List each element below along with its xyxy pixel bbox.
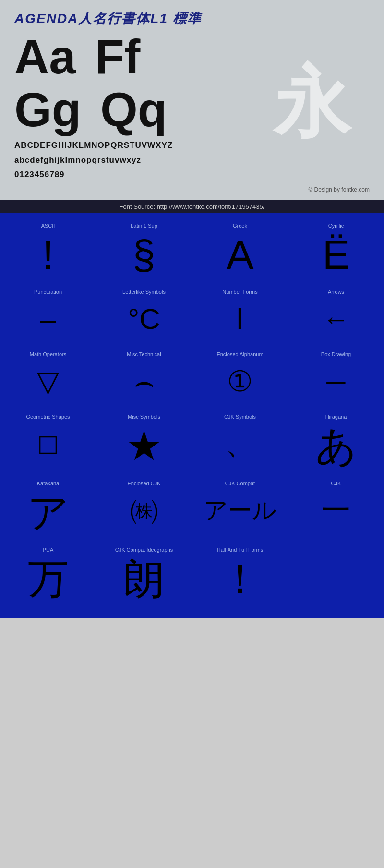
label-cjk-compat: CJK Compat [225, 481, 255, 486]
block-arrows: Arrows ← [288, 284, 384, 347]
char-hiragana: あ [315, 423, 357, 469]
label-half-full-forms: Half And Full Forms [217, 547, 264, 553]
label-pua: PUA [43, 547, 54, 553]
block-geometric: Geometric Shapes □ [0, 409, 96, 476]
font-title: AGENDA人名行書体L1 標準 [14, 10, 370, 28]
char-geometric: □ [39, 423, 57, 464]
digits: 0123456789 [14, 168, 370, 182]
char-katakana: ア [27, 490, 69, 535]
block-cyrillic: Cyrillic Ё [288, 218, 384, 285]
block-hiragana: Hiragana あ [288, 409, 384, 476]
label-cyrillic: Cyrillic [328, 223, 344, 229]
label-enclosed-alphanum: Enclosed Alphanum [216, 351, 263, 357]
label-mathops: Math Operators [30, 351, 66, 357]
block-pua: PUA 万 [0, 542, 96, 609]
block-enclosed-alphanum: Enclosed Alphanum ① [192, 347, 288, 409]
char-enclosed-alphanum: ① [227, 361, 253, 402]
block-katakana: Katakana ア [0, 476, 96, 542]
block-misctechnical: Misc Technical ⌢ [96, 347, 192, 409]
block-latin1sup: Latin 1 Sup § [96, 218, 192, 285]
label-punctuation: Punctuation [34, 289, 62, 295]
block-greek: Greek Α [192, 218, 288, 285]
block-cjk-compat: CJK Compat アール [192, 476, 288, 542]
char-enclosed-cjk: ㈱ [130, 490, 158, 531]
block-ascii: ASCII ! [0, 218, 96, 285]
block-numberforms: Number Forms Ⅰ [192, 284, 288, 347]
label-cjk: CJK [331, 481, 341, 486]
block-misc-symbols: Misc Symbols ★ [96, 409, 192, 476]
label-enclosed-cjk: Enclosed CJK [127, 481, 160, 486]
cjk-watermark: 永 [274, 52, 350, 156]
label-misc-symbols: Misc Symbols [128, 414, 160, 420]
char-grid: ASCII ! Latin 1 Sup § Greek Α Cyrillic Ё… [0, 218, 384, 609]
char-ascii: ! [42, 232, 54, 277]
block-empty [288, 542, 384, 609]
char-cyrillic: Ё [323, 232, 350, 277]
block-enclosed-cjk: Enclosed CJK ㈱ [96, 476, 192, 542]
char-arrows: ← [323, 299, 349, 339]
char-cjk-symbols: 、 [226, 423, 254, 464]
char-cjk-compat: アール [204, 490, 276, 531]
block-cjk: CJK 一 [288, 476, 384, 542]
main-section: ASCII ! Latin 1 Sup § Greek Α Cyrillic Ё… [0, 213, 384, 618]
char-cjk: 一 [322, 490, 350, 531]
char-pair-gg: Gg [14, 85, 81, 133]
block-half-full-forms: Half And Full Forms ！ [192, 542, 288, 609]
char-pair-ff: Ff [95, 33, 140, 81]
label-latin1sup: Latin 1 Sup [131, 223, 157, 229]
char-pair-qq: Qq [100, 85, 167, 133]
char-latin1sup: § [132, 232, 155, 277]
char-boxdrawing: ─ [327, 361, 346, 402]
source-bar: Font Source: http://www.fontke.com/font/… [0, 200, 384, 213]
label-greek: Greek [233, 223, 247, 229]
char-pua: 万 [28, 556, 69, 602]
block-cjk-symbols: CJK Symbols 、 [192, 409, 288, 476]
label-ascii: ASCII [41, 223, 55, 229]
block-punctuation: Punctuation – [0, 284, 96, 347]
char-punctuation: – [40, 299, 56, 339]
char-cjk-compat-ideographs: 朗 [124, 556, 165, 602]
char-pair-aa: Aa [14, 33, 76, 81]
block-letterlike: Letterlike Symbols °C [96, 284, 192, 347]
char-misctechnical: ⌢ [134, 361, 155, 402]
char-half-full-forms: ！ [220, 556, 261, 602]
block-mathops: Math Operators ▽ [0, 347, 96, 409]
label-numberforms: Number Forms [222, 289, 257, 295]
block-boxdrawing: Box Drawing ─ [288, 347, 384, 409]
label-arrows: Arrows [328, 289, 344, 295]
credit-text: © Design by fontke.com [14, 186, 370, 193]
label-katakana: Katakana [37, 481, 59, 486]
block-cjk-compat-ideographs: CJK Compat Ideographs 朗 [96, 542, 192, 609]
label-letterlike: Letterlike Symbols [122, 289, 166, 295]
char-greek: Α [227, 232, 254, 277]
char-mathops: ▽ [37, 361, 59, 402]
label-cjk-symbols: CJK Symbols [224, 414, 256, 420]
label-hiragana: Hiragana [325, 414, 347, 420]
header-section: AGENDA人名行書体L1 標準 Aa Ff Gg Qq 永 ABCDEFGHI… [0, 0, 384, 200]
label-cjk-compat-ideographs: CJK Compat Ideographs [115, 547, 173, 553]
source-text: Font Source: http://www.fontke.com/font/… [120, 203, 265, 210]
label-boxdrawing: Box Drawing [321, 351, 351, 357]
label-misctechnical: Misc Technical [127, 351, 161, 357]
char-misc-symbols: ★ [126, 423, 162, 469]
label-geometric: Geometric Shapes [26, 414, 70, 420]
char-numberforms: Ⅰ [236, 299, 244, 339]
char-letterlike: °C [128, 299, 160, 339]
